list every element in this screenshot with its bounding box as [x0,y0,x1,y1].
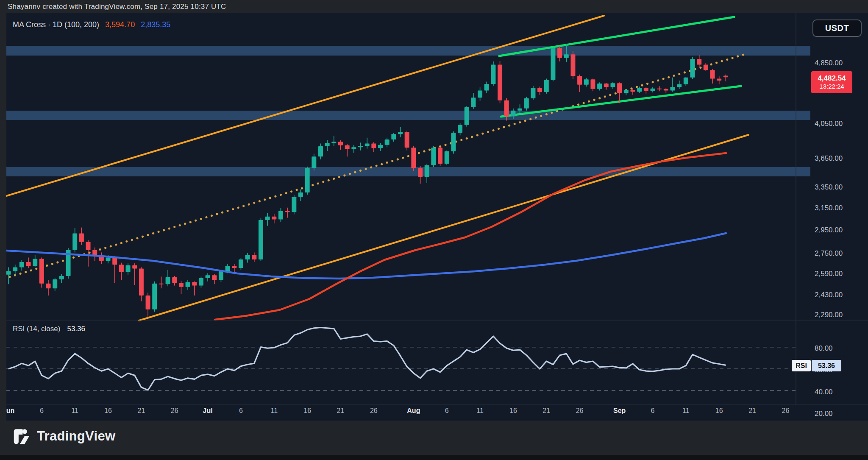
candle-up [53,279,57,288]
candle-up [551,48,555,80]
candle-down [697,59,701,64]
legend-title: MA Cross · 1D (100, 200) [13,20,99,29]
candle-up [391,134,396,139]
candle-up [259,220,263,259]
rsi-axis-label: 80.00 [815,344,833,353]
candle-up [331,142,336,143]
candle-down [557,48,562,58]
candle-down [664,89,668,91]
candle-up [292,197,296,212]
candle-up [305,168,310,193]
chart-canvas[interactable] [6,13,868,421]
candle-up [511,111,515,117]
candle-down [617,83,622,93]
candle-down [590,79,595,89]
candle-up [6,271,11,275]
rsi-axis-label: 20.00 [815,410,833,418]
candle-up [385,139,389,145]
price-axis-label: 2,290.00 [815,311,843,319]
candle-up [59,276,64,279]
price-axis-label: 2,430.00 [815,291,843,299]
candle-up [378,145,383,148]
candle-down [132,265,137,269]
candle-down [630,90,635,92]
candle-up [478,90,482,98]
ma200-line [6,233,726,279]
candle-down [179,283,184,287]
tradingview-wordmark: TradingView [37,429,115,444]
candle-down [498,64,502,100]
candle-down [723,75,728,77]
candle-down [39,259,44,283]
candle-up [278,211,283,220]
rsi-badge-name: RSI [792,360,811,371]
candle-up [318,146,323,156]
candle-down [139,269,144,296]
candle-down [345,145,350,149]
candle-up [684,78,688,84]
symbol-currency-button[interactable]: USDT [812,20,862,37]
candle-down [604,84,609,87]
time-axis-label: 26 [370,407,378,415]
time-axis-month-label: Jul [203,407,213,415]
rsi-axis-label: 40.00 [815,388,833,396]
candle-up [325,143,330,146]
candle-down [232,266,236,268]
tradingview-embed: Shayannv created with TradingView.com, S… [0,0,868,460]
candle-up [351,147,356,149]
candle-up [152,284,157,309]
candle-down [86,242,91,250]
candle-up [484,84,489,90]
candle-up [245,255,250,259]
price-axis-label: 3,350.00 [815,183,843,192]
ma100-value: 3,594.70 [105,20,135,29]
rsi-header-value: 53.36 [67,325,85,333]
candle-up [544,80,549,92]
tradingview-logo[interactable]: TradingView [12,427,115,446]
time-axis-label: 16 [303,407,311,415]
candle-up [33,259,37,266]
candle-up [72,234,77,250]
time-axis-label: 21 [748,407,756,415]
candle-down [710,70,715,78]
candle-up [219,271,223,280]
candle-down [272,217,276,220]
last-price: 4,482.54 [818,74,846,83]
time-axis-label: 21 [337,407,345,415]
time-axis-label: 16 [509,407,517,415]
candle-up [225,266,230,271]
indicator-legend[interactable]: MA Cross · 1D (100, 200)3,594.702,835.35 [13,20,170,29]
bottom-border-strip [0,455,868,460]
price-axis-label: 4,850.00 [815,59,843,67]
rsi-legend[interactable]: RSI (14, close)53.36 [13,325,85,333]
candle-up [106,257,111,261]
candle-up [471,98,476,107]
time-axis-label: 11 [682,407,690,415]
candle-up [584,79,589,85]
time-axis-label: 16 [715,407,723,415]
candle-down [371,144,376,148]
candle-up [465,107,469,125]
time-axis-label: 21 [137,407,145,415]
candle-up [491,64,495,84]
candle-up [431,148,436,165]
candle-down [577,76,582,84]
last-price-badge: 4,482.54 13:22:24 [811,71,852,93]
candle-down [79,234,84,242]
time-axis-label: 11 [270,407,278,415]
candle-down [418,168,423,177]
tradingview-mark-icon [12,427,31,446]
rsi-badge-value: 53.36 [812,360,841,371]
time-axis-label: 21 [542,407,550,415]
candle-up [458,125,462,133]
candle-up [624,90,629,93]
price-axis-label: 3,650.00 [815,154,843,163]
candle-up [126,265,131,272]
candle-up [670,87,675,90]
candle-up [19,262,24,267]
time-axis-label: 6 [40,407,44,415]
price-axis-label: 2,590.00 [815,270,843,278]
candle-down [212,275,217,280]
time-axis-label: 26 [782,407,789,415]
candle-down [159,284,164,284]
